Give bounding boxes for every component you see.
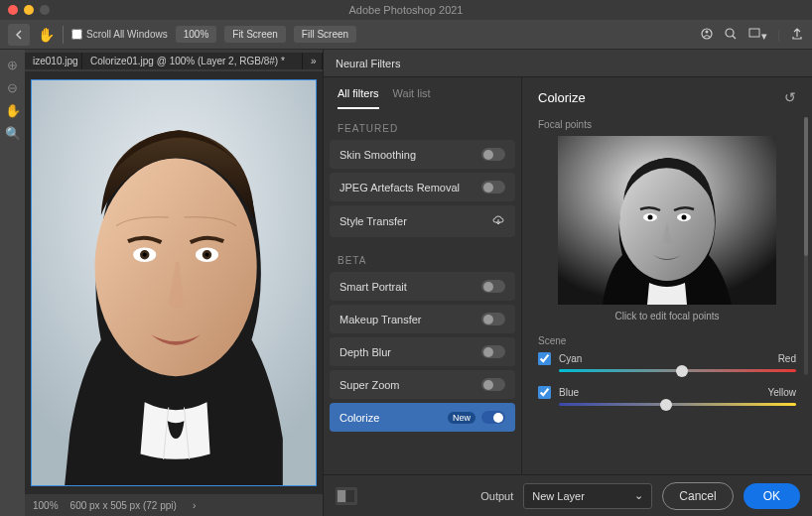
hand-tool-icon[interactable]: ✋ — [38, 27, 55, 43]
window-controls — [8, 5, 50, 15]
filter-label: Smart Portrait — [339, 281, 407, 293]
maximize-window-icon[interactable] — [40, 5, 50, 15]
svg-point-18 — [682, 215, 687, 220]
chevron-down-icon: ⌄ — [634, 489, 643, 502]
cyan-red-checkbox[interactable] — [538, 352, 551, 365]
svg-rect-20 — [346, 490, 354, 502]
filter-toggle[interactable] — [481, 313, 505, 325]
filter-toggle[interactable] — [481, 411, 505, 424]
filter-style-transfer[interactable]: Style Transfer — [330, 205, 515, 237]
filter-skin-smoothing[interactable]: Skin Smoothing — [330, 140, 515, 169]
filter-label: Super Zoom — [339, 379, 400, 391]
beta-section-label: BETA — [324, 241, 521, 272]
filter-super-zoom[interactable]: Super Zoom — [330, 370, 515, 399]
slider-thumb[interactable] — [676, 365, 688, 377]
balance-left-label: Blue — [559, 387, 589, 398]
back-button[interactable] — [8, 24, 30, 46]
featured-section-label: FEATURED — [324, 109, 521, 140]
filter-smart-portrait[interactable]: Smart Portrait — [330, 272, 515, 301]
filter-depth-blur[interactable]: Depth Blur — [330, 337, 515, 366]
filter-toggle[interactable] — [481, 378, 505, 391]
filter-makeup-transfer[interactable]: Makeup Transfer — [330, 305, 515, 333]
cloud-docs-icon[interactable] — [700, 27, 714, 43]
zoom-tool-icon[interactable]: 🔍 — [5, 126, 21, 141]
focal-preview[interactable] — [558, 136, 776, 305]
slider-thumb[interactable] — [660, 399, 672, 411]
focal-caption: Click to edit focal points — [538, 311, 796, 322]
neural-filters-header: Neural Filters — [324, 50, 812, 77]
document-tabs: ize010.jpg Colorize01.jpg @ 100% (Layer … — [25, 50, 323, 71]
fit-screen-button[interactable]: Fit Screen — [224, 26, 286, 43]
filter-label: Colorize — [339, 412, 379, 424]
neural-footer: Output New Layer ⌄ Cancel OK — [324, 474, 812, 516]
document-tab-active[interactable]: Colorize01.jpg @ 100% (Layer 2, RGB/8#) … — [82, 53, 303, 69]
filter-detail-pane: Colorize ↺ Focal points — [522, 77, 812, 474]
minimize-window-icon[interactable] — [24, 5, 34, 15]
titlebar: Adobe Photoshop 2021 — [0, 0, 812, 20]
status-zoom: 100% — [33, 500, 59, 511]
svg-point-16 — [648, 215, 653, 220]
ok-button[interactable]: OK — [744, 483, 800, 509]
svg-rect-19 — [338, 490, 345, 502]
zoom-in-icon[interactable]: ⊕ — [7, 58, 18, 72]
filter-jpeg-artefacts[interactable]: JPEG Artefacts Removal — [330, 173, 515, 201]
balance-right-label: Red — [766, 353, 796, 364]
filter-label: Skin Smoothing — [339, 149, 416, 161]
tab-wait-list[interactable]: Wait list — [393, 87, 431, 109]
fill-screen-button[interactable]: Fill Screen — [294, 26, 356, 43]
filter-label: Depth Blur — [339, 346, 391, 358]
svg-point-1 — [706, 30, 709, 33]
svg-rect-4 — [749, 29, 759, 37]
filter-toggle[interactable] — [481, 345, 505, 358]
close-window-icon[interactable] — [8, 5, 18, 15]
balance-left-label: Cyan — [559, 353, 589, 364]
svg-point-2 — [726, 29, 734, 37]
output-label: Output — [480, 490, 513, 502]
share-icon[interactable] — [790, 27, 804, 43]
download-icon[interactable] — [491, 213, 505, 229]
document-tab[interactable]: ize010.jpg — [25, 53, 82, 69]
scrollbar[interactable] — [804, 117, 808, 375]
svg-line-3 — [733, 36, 736, 39]
hand-icon[interactable]: ✋ — [5, 103, 21, 118]
filter-colorize[interactable]: Colorize New — [330, 403, 515, 432]
blue-yellow-slider[interactable] — [559, 403, 796, 406]
reset-icon[interactable]: ↺ — [784, 89, 796, 105]
workspace-icon[interactable]: ▾ — [747, 26, 767, 43]
filter-list: All filters Wait list FEATURED Skin Smoo… — [324, 77, 522, 474]
blue-yellow-checkbox[interactable] — [538, 386, 551, 399]
tab-overflow-icon[interactable]: » — [303, 53, 323, 69]
status-dimensions: 600 px x 505 px (72 ppi) — [70, 500, 177, 511]
cyan-red-slider[interactable] — [559, 369, 796, 372]
new-badge: New — [448, 412, 475, 424]
output-dropdown[interactable]: New Layer ⌄ — [523, 483, 652, 509]
filter-toggle[interactable] — [481, 148, 505, 161]
filter-label: JPEG Artefacts Removal — [339, 182, 460, 194]
scene-label: Scene — [538, 335, 796, 346]
svg-point-9 — [143, 253, 147, 257]
filter-label: Makeup Transfer — [339, 314, 422, 325]
options-bar: ✋ Scroll All Windows 100% Fit Screen Fil… — [0, 20, 812, 50]
scroll-all-windows-checkbox[interactable]: Scroll All Windows — [71, 29, 168, 40]
filter-label: Style Transfer — [339, 215, 407, 227]
neural-filters-panel: Neural Filters All filters Wait list FEA… — [323, 50, 812, 516]
zoom-out-icon[interactable]: ⊖ — [7, 80, 18, 95]
detail-title: Colorize — [538, 90, 586, 105]
canvas[interactable] — [25, 71, 323, 494]
tab-all-filters[interactable]: All filters — [338, 87, 379, 109]
canvas-status-bar: 100% 600 px x 505 px (72 ppi) › — [25, 494, 323, 516]
cancel-button[interactable]: Cancel — [662, 482, 733, 510]
search-icon[interactable] — [724, 27, 738, 43]
filter-toggle[interactable] — [481, 280, 505, 293]
canvas-area: ize010.jpg Colorize01.jpg @ 100% (Layer … — [25, 50, 323, 516]
status-chevron-icon[interactable]: › — [193, 500, 196, 511]
left-tool-strip: ⊕ ⊖ ✋ 🔍 — [0, 50, 25, 516]
dropdown-value: New Layer — [532, 490, 585, 502]
focal-points-label: Focal points — [538, 119, 796, 130]
zoom-level-button[interactable]: 100% — [176, 26, 217, 43]
preview-mode-icon[interactable] — [336, 487, 357, 505]
filter-toggle[interactable] — [481, 181, 505, 194]
app-title: Adobe Photoshop 2021 — [349, 4, 464, 16]
balance-right-label: Yellow — [766, 387, 796, 398]
svg-point-12 — [204, 253, 208, 257]
